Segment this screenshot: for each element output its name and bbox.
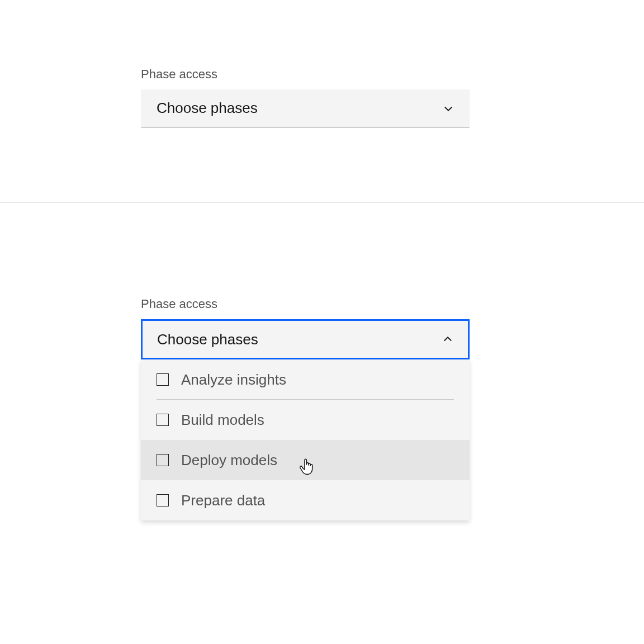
checkbox[interactable] xyxy=(157,494,169,506)
option-label: Deploy models xyxy=(181,452,277,469)
option-build-models[interactable]: Build models xyxy=(141,400,470,440)
phase-dropdown-closed[interactable]: Choose phases xyxy=(141,89,470,127)
dropdown-placeholder: Choose phases xyxy=(157,331,258,348)
phase-access-field: Phase access Choose phases xyxy=(141,67,470,127)
closed-state-panel: Phase access Choose phases xyxy=(0,0,644,203)
dropdown-placeholder: Choose phases xyxy=(157,100,258,117)
checkbox[interactable] xyxy=(157,414,169,426)
dropdown-menu: Analyze insights Build models Deploy mod… xyxy=(141,359,470,520)
phase-dropdown-open[interactable]: Choose phases xyxy=(141,319,470,359)
checkbox[interactable] xyxy=(157,454,169,466)
chevron-up-icon xyxy=(442,334,453,345)
phase-access-field: Phase access Choose phases Analyze insig… xyxy=(141,297,470,520)
option-label: Analyze insights xyxy=(181,371,286,389)
field-label: Phase access xyxy=(141,67,470,82)
field-label: Phase access xyxy=(141,297,470,311)
option-label: Build models xyxy=(181,411,264,429)
checkbox[interactable] xyxy=(157,373,169,386)
option-analyze-insights[interactable]: Analyze insights xyxy=(141,359,470,400)
option-label: Prepare data xyxy=(181,492,265,509)
option-prepare-data[interactable]: Prepare data xyxy=(141,480,470,520)
option-deploy-models[interactable]: Deploy models xyxy=(141,440,470,480)
chevron-down-icon xyxy=(443,103,454,114)
open-state-panel: Phase access Choose phases Analyze insig… xyxy=(0,203,644,644)
